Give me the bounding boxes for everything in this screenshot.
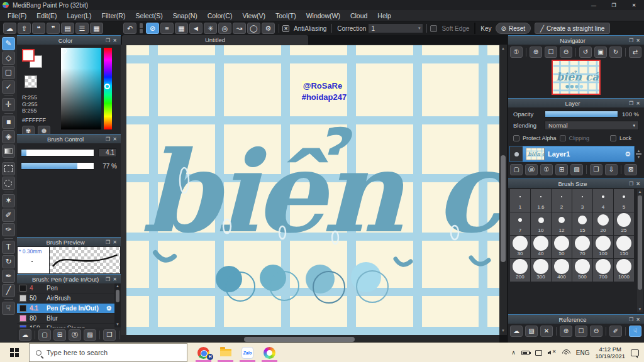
brush-size-cell[interactable]: 100 xyxy=(593,236,613,258)
zoom-in-button[interactable]: ⊕ xyxy=(530,47,542,58)
menu-item-snap[interactable]: Snap(N) xyxy=(168,10,203,21)
layer-duplicate-button[interactable]: ❐ xyxy=(590,164,602,175)
menu-item-filter[interactable]: Filter(R) xyxy=(97,10,131,21)
clock[interactable]: 4:12 PM 10/19/2021 xyxy=(595,346,625,359)
layer-new-1bit-button[interactable]: ① xyxy=(540,164,553,175)
document-tab[interactable]: Untitled xyxy=(122,35,308,45)
maximize-button[interactable]: ❐ xyxy=(604,0,624,10)
brush-size-cell[interactable]: 25 xyxy=(614,212,634,235)
zalo-taskbar-button[interactable]: Zalo xyxy=(236,343,258,362)
brush-duplicate-button[interactable]: ❐ xyxy=(103,329,116,341)
brush-size-cell[interactable]: 20 xyxy=(593,212,613,235)
menu-item-edit[interactable]: Edit(E) xyxy=(31,10,62,21)
menu-item-file[interactable]: File(F) xyxy=(3,10,31,21)
popout-icon[interactable]: ❐ xyxy=(628,317,635,322)
menu-item-layer[interactable]: Layer(L) xyxy=(62,10,96,21)
layer-new-8bit-button[interactable]: ⓐ xyxy=(525,164,538,175)
reference-close-button[interactable]: ✕ xyxy=(540,326,553,337)
foreground-color-swatch[interactable] xyxy=(22,49,35,62)
antialiasing-checkbox[interactable]: ✕ AntiAliasing xyxy=(282,25,328,32)
transparent-color-swatch[interactable] xyxy=(25,75,37,88)
select-tool-button[interactable] xyxy=(2,162,15,175)
close-icon[interactable]: ✕ xyxy=(111,136,118,142)
layer-delete-button[interactable]: ⊠ xyxy=(625,164,637,175)
snap-vanishing-point-button[interactable]: ◄ xyxy=(189,23,203,34)
brush-size-scrollbar[interactable]: ▲ ▼ xyxy=(637,189,643,312)
create-straight-line-button[interactable]: ╱ Create a straight line xyxy=(535,23,610,34)
zoom-actual-button[interactable]: ① xyxy=(510,47,523,58)
document-button[interactable]: ▤ xyxy=(61,23,74,34)
eyedropper-tool-button[interactable]: ✒ xyxy=(2,270,15,283)
snap-ellipse-button[interactable]: ◯ xyxy=(247,23,260,34)
taskbar-search[interactable]: Type here to search xyxy=(29,343,187,362)
popout-icon[interactable]: ❐ xyxy=(104,239,111,245)
brush-size-cell[interactable]: 4 xyxy=(593,189,613,212)
popout-icon[interactable]: ❐ xyxy=(628,101,635,106)
divide-tool-button[interactable]: ╱ xyxy=(2,284,15,297)
brush-size-cell[interactable]: 15 xyxy=(572,212,592,235)
brush-list-scrollbar[interactable]: ▲ ▼ xyxy=(114,283,121,327)
scroll-up-icon[interactable]: ▲ xyxy=(116,283,119,289)
popout-icon[interactable]: ❐ xyxy=(104,277,111,282)
close-icon[interactable]: ✕ xyxy=(111,277,118,282)
blending-select[interactable]: Normal ▾ xyxy=(545,121,639,130)
wifi-icon[interactable] xyxy=(562,349,570,356)
close-button[interactable]: ✕ xyxy=(624,0,644,10)
brush-size-cell[interactable]: 3 xyxy=(572,189,592,212)
comment-button[interactable]: ❝ xyxy=(32,23,45,34)
reference-upload-button[interactable]: ☁ xyxy=(510,326,523,337)
volume-muted-icon[interactable]: ✕ xyxy=(548,349,557,356)
toolbar-splitter[interactable] xyxy=(140,23,143,33)
text-tool-button[interactable]: T xyxy=(2,241,15,254)
explorer-taskbar-button[interactable] xyxy=(214,343,236,362)
brush-size-cell[interactable]: 5 xyxy=(614,189,634,212)
brush-size-cell[interactable]: 30 xyxy=(510,236,530,258)
brush-size-cell[interactable]: 1000 xyxy=(614,259,634,282)
layer-row[interactable]: biển cá Layer1 ⚙ xyxy=(509,146,635,162)
brush-size-cell[interactable]: 500 xyxy=(572,259,592,282)
popout-icon[interactable]: ❐ xyxy=(628,181,635,187)
shape-brush-tool-button[interactable]: ▢ xyxy=(2,66,15,79)
snap-curve-button[interactable]: ↝ xyxy=(233,23,246,34)
fill-rect-tool-button[interactable]: ■ xyxy=(2,116,15,129)
minimize-button[interactable]: — xyxy=(584,0,604,10)
navigator-thumbnail[interactable]: biển cá xyxy=(552,60,601,95)
brush-new-button[interactable]: ▢ xyxy=(38,329,51,341)
menu-item-cloud[interactable]: Cloud xyxy=(345,10,372,21)
clipping-checkbox[interactable] xyxy=(560,135,566,141)
chrome-taskbar-button[interactable]: H xyxy=(192,343,214,362)
reference-eyedropper-button[interactable]: ✐ xyxy=(609,326,622,337)
hue-slider[interactable] xyxy=(104,48,112,129)
protect-alpha-checkbox[interactable] xyxy=(513,135,519,141)
brush-list-item[interactable]: 80Blur xyxy=(17,314,114,324)
brush-size-cell[interactable]: 2 xyxy=(552,189,572,212)
layer-merge-down-button[interactable]: ⇩ xyxy=(605,164,618,175)
correction-select[interactable]: 1 ▾ xyxy=(368,23,423,33)
menu-item-view[interactable]: View(V) xyxy=(237,10,270,21)
popout-icon[interactable]: ❐ xyxy=(104,38,111,43)
layer-order-controls[interactable]: ▲▼ xyxy=(635,146,643,162)
soft-edge-checkbox[interactable]: Soft Edge xyxy=(430,25,471,32)
hand-tool-button[interactable]: ☟ xyxy=(2,302,15,315)
brush-size-cell[interactable]: 7 xyxy=(510,212,530,235)
brush-opacity-slider[interactable] xyxy=(21,162,94,170)
language-indicator[interactable]: ENG xyxy=(576,349,590,356)
snap-parallel-button[interactable]: ≡ xyxy=(160,23,174,34)
menu-item-select[interactable]: Select(S) xyxy=(130,10,167,21)
brush-size-cell[interactable]: 12 xyxy=(552,212,572,235)
move-tool-button[interactable]: ✛ xyxy=(2,98,15,111)
layer-visibility-toggle[interactable] xyxy=(510,146,523,162)
brush-size-cell[interactable]: 1.6 xyxy=(531,189,551,212)
layer-new-button[interactable]: ▢ xyxy=(510,164,523,175)
fit-screen-button[interactable]: ▣ xyxy=(594,47,607,58)
brush-tool-button[interactable]: ✎ xyxy=(2,37,15,50)
rotate-left-button[interactable]: ↺ xyxy=(579,47,592,58)
flip-horizontal-button[interactable]: ⇄ xyxy=(629,47,641,58)
palette-add-button[interactable]: ❁ xyxy=(38,126,50,134)
popout-icon[interactable]: ❐ xyxy=(628,38,635,43)
list-button[interactable]: ☰ xyxy=(75,23,89,34)
hue-marker[interactable] xyxy=(104,84,110,89)
brush-size-value[interactable]: 4.1 xyxy=(98,148,117,157)
reset-button[interactable]: ⊘ Reset xyxy=(496,23,531,34)
cloud-button[interactable]: ☁ xyxy=(3,23,16,34)
